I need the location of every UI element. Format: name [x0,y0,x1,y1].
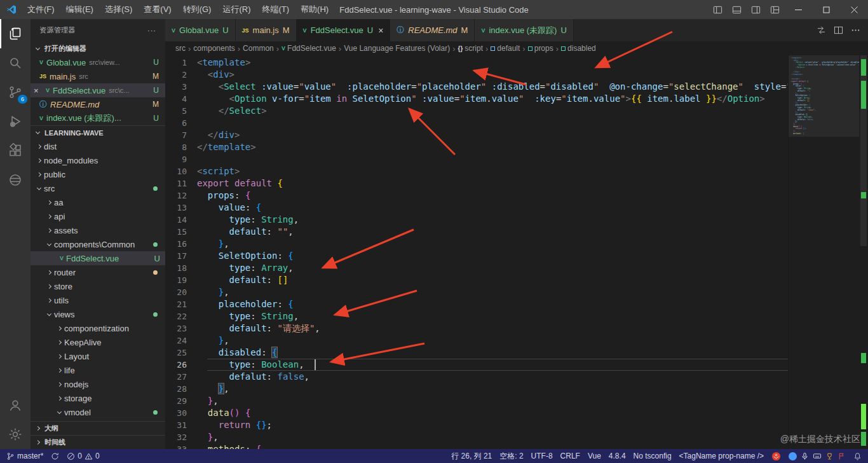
tree-item-public[interactable]: public [31,167,165,181]
tree-item-componentization[interactable]: componentization [31,321,165,335]
minimap[interactable]: <template> <div> <Select :value="value" … [788,55,859,449]
menu-t[interactable]: 终端(T) [256,0,295,19]
line-number[interactable]: 6 [165,117,197,129]
breadcrumb-src[interactable]: src [175,44,186,53]
breadcrumb-disabled[interactable]: disabled [561,44,596,53]
line-number[interactable]: 20 [165,286,197,298]
open-editor-item-index-vue[interactable]: Vindex.vue (未跟踪)...U [31,111,165,125]
toggle-sidebar-button[interactable] [708,0,727,19]
explorer-icon[interactable] [0,19,31,48]
breadcrumb-components[interactable]: components [193,44,234,53]
code-line-16[interactable]: 16 }, [165,238,788,250]
code-line-15[interactable]: 15 default: "", [165,226,788,238]
outline-header[interactable]: 大纲 [31,421,165,435]
line-number[interactable]: 26 [165,359,197,371]
line-number[interactable]: 8 [165,141,197,153]
more-actions-icon[interactable] [851,25,860,35]
editor-tab-fddselect-vue[interactable]: VFddSelect.vueU× [297,19,391,41]
menu-f[interactable]: 文件(F) [22,0,60,19]
editor-tab-index-vue[interactable]: Vindex.vue (未跟踪)U [475,19,573,41]
line-number[interactable]: 2 [165,69,197,81]
settings-gear-icon[interactable] [0,420,31,449]
code-line-9[interactable]: 9 [165,153,788,165]
line-number[interactable]: 28 [165,383,197,395]
line-number[interactable]: 31 [165,419,197,431]
code-line-18[interactable]: 18 type: Array, [165,262,788,274]
code-line-14[interactable]: 14 type: String, [165,214,788,226]
eol-selector[interactable]: CRLF [557,449,584,463]
remote-explorer-icon[interactable] [0,165,31,195]
code-line-4[interactable]: 4 <Option v-for="item in SeletOption" :v… [165,93,788,105]
search-icon[interactable] [0,48,31,78]
indentation[interactable]: 空格: 2 [496,449,527,463]
tree-item-nodejs[interactable]: nodejs [31,377,165,391]
code-line-20[interactable]: 20 }, [165,286,788,298]
open-editor-item-main-js[interactable]: JSmain.jssrcM [31,69,165,83]
open-editor-item-fddselect-vue[interactable]: ×VFddSelect.vuesrc\c...U [31,83,165,97]
line-number[interactable]: 32 [165,431,197,443]
line-number[interactable]: 10 [165,165,197,177]
tree-item-node-modules[interactable]: node_modules [31,153,165,167]
tree-item-layout[interactable]: Layout [31,349,165,363]
code-line-12[interactable]: 12 props: { [165,190,788,202]
close-icon[interactable]: × [378,25,383,36]
source-control-icon[interactable]: 6 [0,78,31,107]
menu-h[interactable]: 帮助(H) [295,0,334,19]
line-number[interactable]: 3 [165,81,197,93]
tree-item-fddselect-vue[interactable]: VFddSelect.vueU [31,251,165,265]
close-icon[interactable]: × [34,86,43,95]
accounts-icon[interactable] [0,390,31,420]
editor-tab-main-js[interactable]: JSmain.jsM [236,19,297,41]
sync-button[interactable] [47,449,63,463]
breadcrumb-vue-language-features-volar[interactable]: Vue Language Features (Volar) [344,44,450,53]
breadcrumb-fddselect-vue[interactable]: VFddSelect.vue [281,44,336,53]
encoding[interactable]: UTF-8 [527,449,557,463]
tsconfig-status[interactable]: No tsconfig [630,449,675,463]
tree-item-src[interactable]: src [31,181,165,195]
line-number[interactable]: 14 [165,214,197,226]
code-line-24[interactable]: 24 }, [165,335,788,347]
open-editor-item-readme-md[interactable]: ⓘREADME.mdM [31,97,165,111]
code-editor[interactable]: 1<template>2 <div>3 <Select :value="valu… [165,55,788,449]
code-line-25[interactable]: 25 disabled: { [165,347,788,359]
line-number[interactable]: 4 [165,93,197,105]
git-branch-indicator[interactable]: master* [0,449,47,463]
code-line-32[interactable]: 32 }, [165,431,788,443]
notifications-bell-icon[interactable] [850,449,868,463]
tree-item-api[interactable]: api [31,209,165,223]
line-number[interactable]: 7 [165,129,197,141]
tree-item-life[interactable]: life [31,363,165,377]
menu-g[interactable]: 转到(G) [177,0,217,19]
tree-item-utils[interactable]: utils [31,293,165,307]
editor-tab-global-vue[interactable]: VGlobal.vueU [165,19,236,41]
language-mode[interactable]: Vue [584,449,605,463]
line-number[interactable]: 18 [165,262,197,274]
line-number[interactable]: 25 [165,347,197,359]
code-line-33[interactable]: 33 methods: { [165,443,788,449]
vue-version[interactable]: 4.8.4 [605,449,630,463]
split-editor-icon[interactable] [834,25,843,35]
run-debug-icon[interactable] [0,107,31,136]
menu-s[interactable]: 选择(S) [99,0,138,19]
code-line-29[interactable]: 29 }, [165,395,788,407]
toggle-secondary-sidebar-button[interactable] [746,0,765,19]
tree-item-views[interactable]: views [31,307,165,321]
line-number[interactable]: 23 [165,322,197,335]
line-number[interactable]: 15 [165,226,197,238]
line-number[interactable]: 17 [165,250,197,262]
code-line-21[interactable]: 21 placeholder: { [165,298,788,310]
open-editors-header[interactable]: 打开的编辑器 [31,41,165,55]
code-line-1[interactable]: 1<template> [165,57,788,69]
maximize-button[interactable] [812,0,840,19]
tree-item-assets[interactable]: assets [31,223,165,237]
tree-item-storage[interactable]: storage [31,391,165,405]
tree-item-store[interactable]: store [31,279,165,293]
line-number[interactable]: 21 [165,298,197,310]
minimize-button[interactable] [784,0,812,19]
line-number[interactable]: 11 [165,177,197,190]
code-line-11[interactable]: 11export default { [165,177,788,190]
code-line-3[interactable]: 3 <Select :value="value" :placeholder="p… [165,81,788,93]
code-line-5[interactable]: 5 </Select> [165,105,788,117]
line-number[interactable]: 16 [165,238,197,250]
tree-item-aa[interactable]: aa [31,195,165,209]
